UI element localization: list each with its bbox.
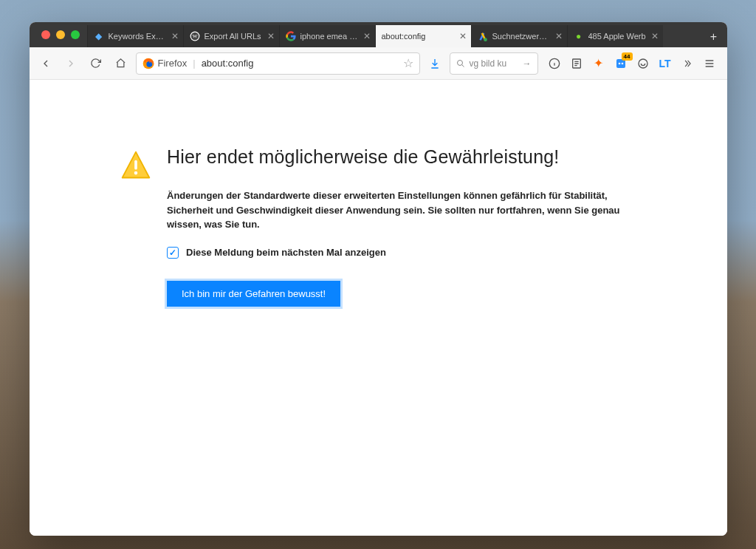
url-text: about:config [202, 58, 397, 69]
svg-point-6 [457, 60, 462, 65]
google-icon [286, 31, 296, 41]
google-ads-icon [478, 31, 488, 41]
close-icon[interactable]: ✕ [267, 31, 275, 41]
close-icon[interactable]: ✕ [555, 31, 563, 41]
extension-icon-2[interactable]: 44 [614, 56, 628, 71]
window-controls [32, 22, 87, 47]
tab-label: Export All URLs [205, 32, 263, 41]
window-maximize-button[interactable] [71, 30, 80, 39]
new-tab-button[interactable]: + [704, 27, 724, 47]
extension-icon-4[interactable]: LT [658, 56, 673, 71]
extension-badge: 44 [622, 52, 633, 61]
checkbox[interactable]: ✓ [167, 247, 179, 259]
browser-window: ◆ Keywords Explor ✕ W Export All URLs ✕ [30, 22, 727, 536]
tab-label: 485 Apple Werb [588, 32, 647, 41]
tab-apple-werbung[interactable]: ● 485 Apple Werb ✕ [567, 25, 663, 47]
downloads-button[interactable] [425, 53, 445, 74]
close-icon[interactable]: ✕ [459, 31, 467, 41]
search-icon [456, 59, 465, 68]
navigation-toolbar: Firefox | about:config ☆ vg bild ku → [30, 47, 727, 80]
tab-label: about:config [382, 32, 455, 41]
info-icon[interactable] [547, 56, 562, 71]
tab-export-urls[interactable]: W Export All URLs ✕ [183, 25, 279, 47]
show-warning-checkbox-row[interactable]: ✓ Diese Meldung beim nächsten Mal anzeig… [167, 247, 636, 259]
tab-keywords-explorer[interactable]: ◆ Keywords Explor ✕ [87, 25, 183, 47]
search-text: vg bild ku [470, 58, 507, 69]
site-identity[interactable]: Firefox [142, 58, 188, 69]
svg-point-12 [639, 59, 647, 68]
warning-text: Änderungen der Standardwerte dieser erwe… [167, 188, 636, 232]
svg-point-3 [484, 38, 487, 41]
warning-icon [120, 149, 152, 182]
tab-label: Keywords Explor [109, 32, 167, 41]
checkbox-label: Diese Meldung beim nächsten Mal anzeigen [186, 247, 386, 258]
overflow-icon[interactable] [680, 56, 695, 71]
tabs-container: ◆ Keywords Explor ✕ W Export All URLs ✕ [87, 22, 704, 47]
reader-view-icon[interactable] [569, 56, 584, 71]
warning-container: Hier endet möglicherweise die Gewährleis… [120, 146, 636, 307]
home-button[interactable] [111, 53, 131, 74]
page-content: Hier endet möglicherweise die Gewährleis… [30, 80, 727, 536]
address-bar[interactable]: Firefox | about:config ☆ [136, 52, 420, 75]
bookmark-star-icon[interactable]: ☆ [403, 56, 413, 70]
tab-suchnetzwerk[interactable]: Suchnetzwerk-K ✕ [471, 25, 567, 47]
tab-bar: ◆ Keywords Explor ✕ W Export All URLs ✕ [30, 22, 727, 47]
firefox-icon [142, 58, 154, 69]
back-button[interactable] [35, 53, 56, 74]
warning-body: Hier endet möglicherweise die Gewährleis… [167, 146, 636, 307]
wordpress-icon: W [190, 31, 200, 41]
desktop-background: ◆ Keywords Explor ✕ W Export All URLs ✕ [0, 0, 756, 549]
tab-about-config[interactable]: about:config ✕ [375, 25, 471, 47]
accept-risk-button[interactable]: Ich bin mir der Gefahren bewusst! [167, 281, 340, 307]
reload-button[interactable] [86, 53, 106, 74]
close-icon[interactable]: ✕ [363, 31, 371, 41]
warning-title: Hier endet möglicherweise die Gewährleis… [167, 146, 636, 168]
svg-text:W: W [192, 33, 197, 39]
svg-rect-13 [134, 160, 137, 170]
window-close-button[interactable] [41, 30, 50, 39]
search-bar[interactable]: vg bild ku → [450, 52, 538, 75]
svg-point-11 [621, 62, 623, 64]
ahrefs-icon: ◆ [94, 31, 104, 41]
close-icon[interactable]: ✕ [651, 31, 659, 41]
search-go-icon[interactable]: → [523, 58, 532, 69]
window-minimize-button[interactable] [56, 30, 65, 39]
svg-point-14 [134, 171, 138, 175]
svg-point-10 [618, 62, 620, 64]
separator: | [193, 58, 195, 69]
extension-icon-3[interactable] [636, 56, 650, 71]
tab-label: Suchnetzwerk-K [492, 32, 551, 41]
close-icon[interactable]: ✕ [171, 31, 179, 41]
menu-button[interactable] [702, 56, 717, 71]
identity-label: Firefox [158, 58, 188, 69]
green-favicon: ● [574, 31, 584, 41]
toolbar-extensions: ✦ 44 LT [543, 56, 721, 71]
forward-button[interactable] [61, 53, 81, 74]
tab-label: iphone emea loc [300, 32, 359, 41]
tab-iphone-emea[interactable]: iphone emea loc ✕ [279, 25, 375, 47]
extension-icon-1[interactable]: ✦ [591, 56, 606, 71]
